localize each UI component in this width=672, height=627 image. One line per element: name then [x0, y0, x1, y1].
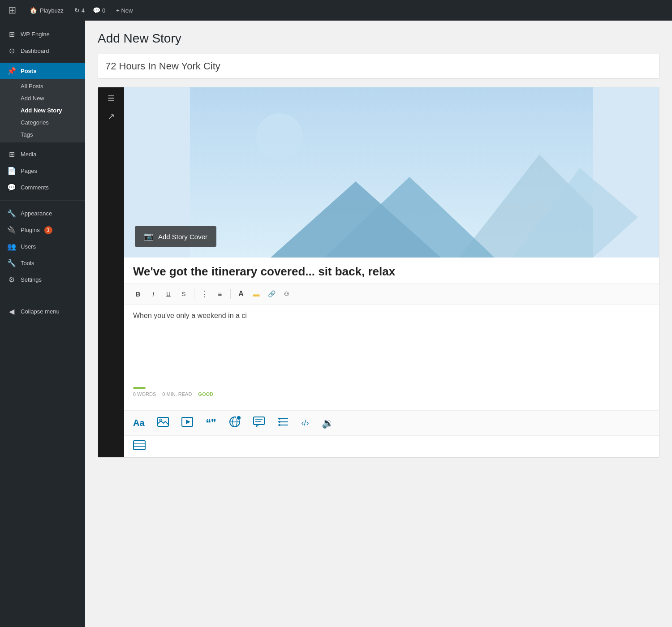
cover-image-area: 📷 Add Story Cover	[124, 87, 659, 258]
emoji-button[interactable]: ☺	[280, 287, 293, 301]
svg-point-21	[279, 421, 280, 423]
sidebar-item-appearance[interactable]: 🔧 Appearance	[0, 205, 85, 222]
sidebar-tools-label: Tools	[21, 260, 34, 266]
sidebar-settings-label: Settings	[21, 276, 42, 283]
sidebar-add-new-story[interactable]: Add New Story	[0, 104, 85, 116]
svg-point-22	[279, 424, 280, 426]
sidebar-posts-submenu: All Posts Add New Add New Story Categori…	[0, 79, 85, 142]
collapse-label: Collapse menu	[21, 308, 60, 315]
highlight-button[interactable]: ▬	[250, 287, 263, 301]
sidebar-comments-label: Comments	[21, 184, 49, 191]
sidebar-tags[interactable]: Tags	[0, 129, 85, 141]
update-icon: ↻	[74, 7, 80, 14]
bullet-list-button[interactable]: ⋮	[198, 287, 211, 301]
quality-label: GOOD	[198, 391, 213, 397]
audio-icon[interactable]: 🔉	[322, 417, 334, 429]
sidebar-item-pages[interactable]: 📄 Pages	[0, 163, 85, 179]
sidebar-section-media: ⊞ Media 📄 Pages 💬 Comments	[0, 144, 85, 198]
sidebar-plugins-label: Plugins	[21, 227, 40, 233]
svg-point-20	[279, 418, 280, 420]
wp-logo-link[interactable]: ⊞	[5, 0, 19, 21]
sidebar-categories[interactable]: Categories	[0, 116, 85, 129]
format-toolbar: B I U S ⋮ ≡ A ▬ 🔗 ☺	[124, 283, 659, 305]
sidebar-item-plugins[interactable]: 🔌 Plugins 1	[0, 222, 85, 238]
sidebar-all-posts[interactable]: All Posts	[0, 80, 85, 92]
code-icon[interactable]: ‹/›	[302, 418, 309, 428]
sidebar-appearance-label: Appearance	[21, 210, 52, 217]
add-story-cover-button[interactable]: 📷 Add Story Cover	[135, 226, 216, 247]
main-layout: ⊞ WP Engine ⊙ Dashboard 📌 Posts All Post…	[0, 21, 672, 627]
editor-side-panel: ☰ ↗	[98, 87, 124, 457]
editor-body-textarea[interactable]: When you've only a weekend in a ci	[133, 310, 650, 382]
quote-icon[interactable]: ❝❞	[206, 417, 216, 429]
sidebar-item-tools[interactable]: 🔧 Tools	[0, 255, 85, 271]
comment-count: 0	[102, 7, 105, 14]
appearance-icon: 🔧	[7, 209, 16, 218]
tags-label: Tags	[21, 131, 33, 138]
min-read-label: 0 MIN. READ	[162, 391, 192, 397]
word-count-progress-bar	[133, 387, 146, 389]
share-icon[interactable]: ↗	[108, 112, 115, 121]
new-label: + New	[116, 7, 133, 14]
list-icon[interactable]	[277, 417, 289, 430]
sidebar-wpengine-label: WP Engine	[21, 31, 50, 38]
update-counter[interactable]: ↻ 4	[74, 7, 85, 14]
camera-icon: 📷	[144, 232, 154, 241]
sidebar-item-comments[interactable]: 💬 Comments	[0, 179, 85, 196]
sidebar-add-new[interactable]: Add New	[0, 92, 85, 104]
editor-container: ☰ ↗	[98, 87, 659, 458]
sidebar-collapse-section: ◀ Collapse menu	[0, 303, 85, 320]
strikethrough-button[interactable]: S	[177, 287, 190, 301]
chat-icon[interactable]	[253, 417, 265, 430]
embed-icon[interactable]	[229, 416, 241, 430]
collapse-icon: ◀	[7, 307, 16, 316]
sidebar-media-label: Media	[21, 151, 36, 158]
image-insert-icon[interactable]	[157, 417, 169, 429]
content-area: Add New Story ☰ ↗	[85, 21, 672, 627]
bold-button[interactable]: B	[131, 287, 145, 301]
posts-icon: 📌	[7, 67, 16, 75]
all-posts-label: All Posts	[21, 83, 43, 90]
sidebar-section-appearance: 🔧 Appearance 🔌 Plugins 1 👥 Users 🔧 Tools…	[0, 203, 85, 290]
sidebar-collapse-btn[interactable]: ◀ Collapse menu	[0, 303, 85, 320]
underline-button[interactable]: U	[162, 287, 175, 301]
sidebar-divider-1	[0, 200, 85, 201]
plugins-badge: 1	[44, 226, 52, 234]
comments-icon: 💬	[7, 183, 16, 192]
wpengine-icon: ⊞	[7, 30, 16, 39]
word-count-label: 8 WORDS	[133, 391, 156, 397]
page-title: Add New Story	[98, 31, 659, 46]
sidebar-item-posts[interactable]: 📌 Posts	[0, 63, 85, 79]
sidebar-item-users[interactable]: 👥 Users	[0, 238, 85, 255]
sidebar-posts-label: Posts	[21, 68, 36, 74]
sidebar-users-label: Users	[21, 243, 36, 250]
site-name-link[interactable]: 🏠 Playbuzz	[27, 0, 66, 21]
editor-textarea-wrapper: When you've only a weekend in a ci 8 WOR…	[124, 305, 659, 410]
sidebar-item-wpengine[interactable]: ⊞ WP Engine	[0, 26, 85, 43]
hamburger-icon[interactable]: ☰	[108, 94, 115, 103]
extra-icon[interactable]	[133, 441, 146, 452]
settings-icon: ⚙	[7, 275, 16, 284]
sidebar-item-settings[interactable]: ⚙ Settings	[0, 271, 85, 288]
editor-headline[interactable]: We've got the itinerary covered... sit b…	[124, 258, 659, 283]
text-style-icon[interactable]: Aa	[133, 418, 145, 428]
extra-row	[124, 435, 659, 457]
toolbar-divider-2	[230, 289, 231, 299]
svg-rect-14	[254, 417, 264, 425]
story-title-input[interactable]	[98, 54, 659, 79]
font-size-button[interactable]: A	[234, 287, 248, 301]
pages-icon: 📄	[7, 167, 16, 175]
word-count-bar: 8 WORDS 0 MIN. READ GOOD	[133, 387, 650, 397]
video-insert-icon[interactable]	[181, 417, 193, 429]
categories-label: Categories	[21, 119, 49, 126]
sidebar-item-dashboard[interactable]: ⊙ Dashboard	[0, 43, 85, 59]
dashboard-icon: ⊙	[7, 47, 16, 55]
link-button[interactable]: 🔗	[265, 287, 278, 301]
new-link[interactable]: + New	[113, 0, 135, 21]
sidebar-item-media[interactable]: ⊞ Media	[0, 146, 85, 163]
comment-counter[interactable]: 💬 0	[93, 7, 105, 14]
svg-rect-23	[134, 441, 145, 450]
svg-marker-9	[186, 420, 190, 424]
italic-button[interactable]: I	[146, 287, 160, 301]
ordered-list-button[interactable]: ≡	[213, 287, 227, 301]
